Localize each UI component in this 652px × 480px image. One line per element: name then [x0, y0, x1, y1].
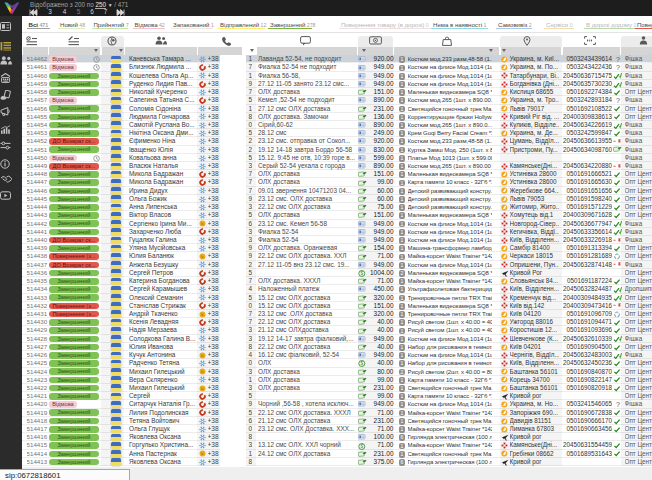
svg-text:$: $ [360, 444, 363, 449]
svg-text:lc: lc [201, 222, 204, 226]
svg-text:lc: lc [201, 313, 204, 317]
svg-text:lc: lc [201, 387, 204, 391]
svg-text:$: $ [360, 271, 363, 276]
svg-text:lc: lc [201, 354, 204, 358]
svg-text:lc: lc [201, 255, 204, 259]
svg-text:$: $ [360, 362, 363, 367]
svg-text:lc: lc [201, 452, 204, 456]
svg-text:lc: lc [201, 370, 204, 374]
